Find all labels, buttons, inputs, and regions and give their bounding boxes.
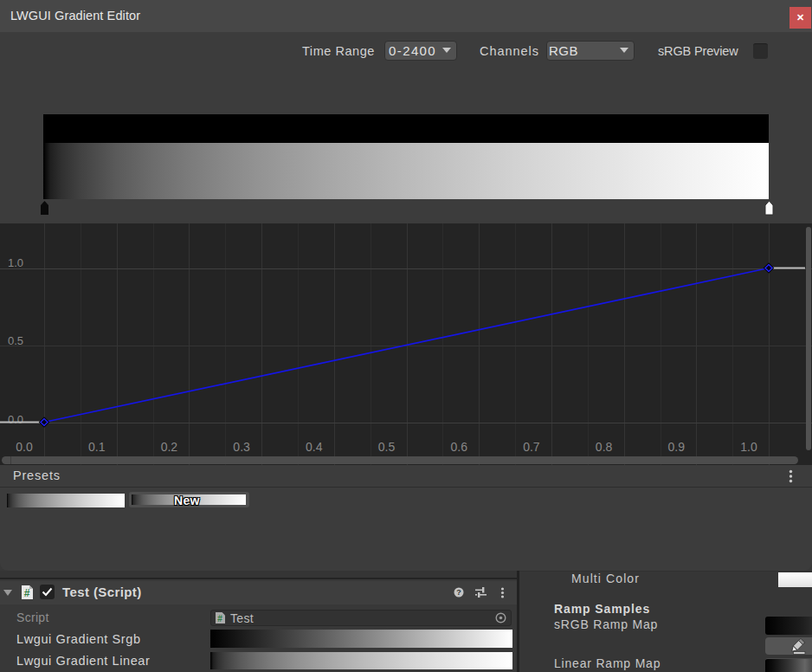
svg-text:#: #: [217, 614, 222, 624]
svg-text:#: #: [24, 587, 30, 599]
svg-text:?: ?: [456, 588, 461, 597]
